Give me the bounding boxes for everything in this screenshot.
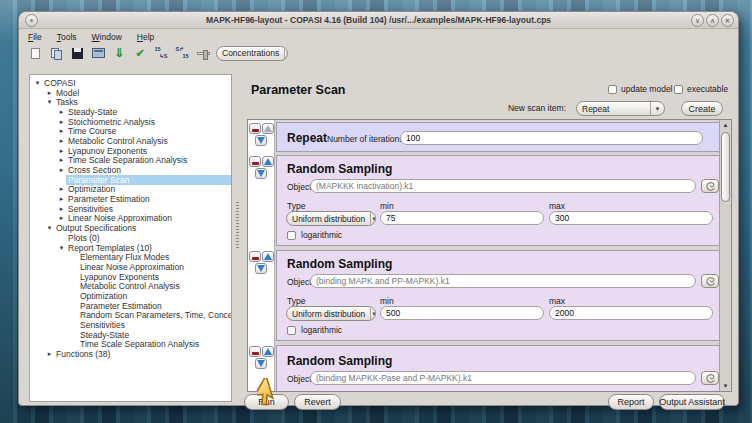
remove-item-button[interactable] [249, 251, 261, 262]
chevron-right-icon[interactable]: ▸ [57, 166, 66, 174]
executable-checkbox[interactable] [674, 85, 683, 94]
logarithmic-checkbox[interactable] [287, 231, 296, 240]
chevron-right-icon[interactable]: ▸ [45, 89, 54, 97]
tree-item-tasks[interactable]: Tasks [54, 97, 80, 107]
tree-item-time-course[interactable]: Time Course [66, 126, 118, 136]
create-button[interactable]: Create [681, 101, 723, 116]
chevron-right-icon[interactable]: ▸ [57, 118, 66, 126]
chevron-right-icon[interactable]: ▸ [57, 127, 66, 135]
concentrations-to-particles-icon[interactable]: S↱15 [174, 46, 190, 61]
move-item-down-button[interactable] [255, 135, 267, 146]
tree-item-cross-section[interactable]: Cross Section [66, 165, 123, 175]
tree-item-parameter-estimation[interactable]: Parameter Estimation [78, 301, 164, 311]
object-input[interactable]: (MAPKKK inactivation).k1 [310, 179, 696, 193]
tree-item-optimization[interactable]: Optimization [78, 291, 129, 301]
select-object-button[interactable] [701, 371, 719, 385]
tree-item-parameter-scan[interactable]: Parameter Scan [66, 175, 231, 185]
title-bar[interactable]: MAPK-HF96-layout - COPASI 4.16 (Build 10… [19, 12, 738, 29]
tree-item-time-scale-separation-analysis[interactable]: Time Scale Separation Analysis [78, 339, 201, 349]
chevron-right-icon[interactable]: ▸ [57, 147, 66, 155]
max-input[interactable]: 300 [549, 211, 713, 225]
output-assistant-button[interactable]: Output Assistant [659, 394, 725, 410]
tree-item-optimization[interactable]: Optimization [66, 184, 117, 194]
distribution-dropdown[interactable]: Uniform distribution ▼ [286, 211, 376, 226]
close-icon[interactable]: ✕ [721, 14, 734, 27]
tree-item-time-scale-separation-analysis[interactable]: Time Scale Separation Analysis [66, 155, 189, 165]
select-object-button[interactable] [701, 274, 719, 288]
menu-file[interactable]: File [28, 32, 42, 42]
chevron-right-icon[interactable]: ▸ [57, 214, 66, 222]
move-item-down-button[interactable] [255, 358, 267, 369]
maximize-icon[interactable]: ∧ [706, 14, 719, 27]
select-object-button[interactable] [701, 179, 719, 193]
tree-item-parameter-estimation[interactable]: Parameter Estimation [66, 194, 152, 204]
update-model-checkbox[interactable] [608, 85, 617, 94]
chevron-right-icon[interactable]: ▸ [57, 185, 66, 193]
tree-item-copasi[interactable]: COPASI [42, 78, 78, 88]
report-button[interactable]: Report [608, 394, 654, 410]
scroll-down-icon[interactable]: ▼ [720, 381, 731, 391]
chevron-right-icon[interactable]: ▸ [57, 195, 66, 203]
tree-item-sensitivities[interactable]: Sensitivities [78, 320, 127, 330]
capture-image-icon[interactable] [90, 46, 106, 61]
window-menu-icon[interactable] [25, 14, 38, 27]
units-dropdown[interactable]: Concentrations ▼ [216, 46, 288, 61]
chevron-right-icon[interactable]: ▸ [57, 205, 66, 213]
minimize-icon[interactable]: ∨ [691, 14, 704, 27]
menu-tools[interactable]: Tools [57, 32, 77, 42]
tree-item-stoichiometric-analysis[interactable]: Stoichiometric Analysis [66, 117, 157, 127]
menu-help[interactable]: Help [137, 32, 154, 42]
tree-item-functions-38[interactable]: Functions (38) [54, 349, 112, 359]
tree-item-random-scan-parameters-time-concentrations[interactable]: Random Scan Parameters, Time, Concentrat… [78, 310, 232, 320]
sliders-icon[interactable] [195, 46, 211, 61]
import-icon[interactable]: ⇓ [111, 46, 127, 61]
new-scan-item-dropdown[interactable]: Repeat ▼ [576, 101, 665, 116]
tree-item-metabolic-control-analysis[interactable]: Metabolic Control Analysis [78, 281, 182, 291]
tree-item-elementary-flux-modes[interactable]: Elementary Flux Modes [78, 252, 171, 262]
chevron-right-icon[interactable]: ▸ [57, 156, 66, 164]
tree-item-sensitivities[interactable]: Sensitivities [66, 204, 115, 214]
tree-item-plots-0[interactable]: Plots (0) [66, 233, 102, 243]
menu-window[interactable]: Window [92, 32, 122, 42]
move-item-up-button[interactable] [262, 346, 274, 357]
logarithmic-checkbox[interactable] [287, 326, 296, 335]
chevron-right-icon[interactable]: ▸ [57, 137, 66, 145]
remove-item-button[interactable] [249, 156, 261, 167]
move-item-up-button[interactable] [262, 251, 274, 262]
chevron-down-icon[interactable]: ▾ [33, 79, 42, 87]
splitter-handle[interactable] [236, 202, 239, 248]
tree-item-linear-noise-approximation[interactable]: Linear Noise Approximation [78, 262, 186, 272]
chevron-down-icon[interactable]: ▾ [45, 98, 54, 106]
remove-item-button[interactable] [249, 346, 261, 357]
save-icon[interactable] [69, 46, 85, 61]
tree-item-model[interactable]: Model [54, 88, 81, 98]
tree-item-metabolic-control-analysis[interactable]: Metabolic Control Analysis [66, 136, 170, 146]
tree-item-lyapunov-exponents[interactable]: Lyapunov Exponents [78, 272, 161, 282]
new-file-icon[interactable] [27, 46, 43, 61]
tree-item-report-templates-10[interactable]: Report Templates (10) [66, 243, 154, 253]
remove-item-button[interactable] [249, 123, 261, 134]
object-input[interactable]: (binding MAPKK-Pase and P-MAPKK).k1 [310, 371, 696, 385]
scrollbar[interactable]: ▲ ▼ [719, 120, 731, 391]
tree-item-steady-state[interactable]: Steady-State [66, 107, 119, 117]
chevron-down-icon[interactable]: ▾ [57, 244, 66, 252]
min-input[interactable]: 500 [380, 306, 544, 320]
move-item-down-button[interactable] [255, 168, 267, 179]
tree-item-steady-state[interactable]: Steady-State [78, 330, 131, 340]
check-model-icon[interactable]: ✔ [132, 46, 148, 61]
chevron-right-icon[interactable]: ▸ [45, 350, 54, 358]
move-item-down-button[interactable] [255, 263, 267, 274]
tree-item-linear-noise-approximation[interactable]: Linear Noise Approximation [66, 213, 174, 223]
scrollbar-thumb[interactable] [721, 132, 730, 202]
revert-button[interactable]: Revert [294, 394, 341, 410]
tree-item-lyapunov-exponents[interactable]: Lyapunov Exponents [66, 146, 149, 156]
object-input[interactable]: (binding MAPK and PP-MAPKK).k1 [310, 274, 696, 288]
move-item-up-button[interactable] [262, 156, 274, 167]
iterations-input[interactable]: 100 [400, 131, 703, 145]
tree-item-output-specifications[interactable]: Output Specifications [54, 223, 138, 233]
chevron-right-icon[interactable]: ▸ [57, 108, 66, 116]
max-input[interactable]: 2000 [549, 306, 713, 320]
scroll-up-icon[interactable]: ▲ [720, 120, 731, 130]
open-file-icon[interactable] [48, 46, 64, 61]
min-input[interactable]: 75 [380, 211, 544, 225]
